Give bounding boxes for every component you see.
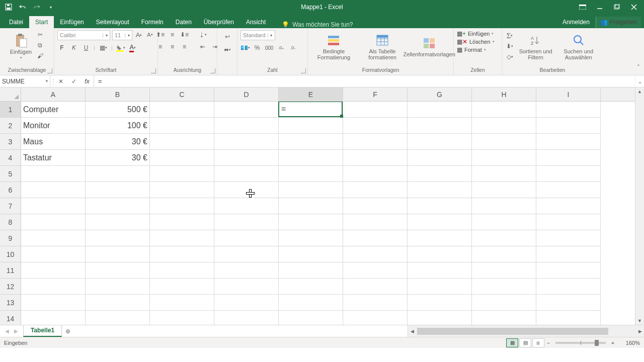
percent-format-icon[interactable]: %: [253, 43, 262, 52]
select-all-triangle[interactable]: [0, 87, 21, 102]
number-format-combo[interactable]: Standard▾: [240, 30, 275, 40]
font-size-combo[interactable]: 11▾: [112, 30, 132, 40]
cell[interactable]: [279, 118, 343, 134]
cell[interactable]: [279, 246, 343, 262]
row-header[interactable]: 13: [0, 295, 21, 311]
decrease-decimal-icon[interactable]: .0₋: [289, 43, 298, 52]
undo-icon[interactable]: [19, 4, 26, 11]
row-header[interactable]: 6: [0, 182, 21, 198]
cell[interactable]: [343, 214, 408, 230]
cell[interactable]: [150, 214, 214, 230]
cell[interactable]: [279, 279, 343, 295]
page-layout-view-button[interactable]: ▤: [519, 338, 531, 347]
cell[interactable]: [86, 230, 150, 246]
font-name-combo[interactable]: Calibri▾: [57, 30, 110, 40]
ribbon-tab-start[interactable]: Start: [29, 16, 54, 28]
page-break-view-button[interactable]: ⫼: [532, 338, 544, 347]
copy-icon[interactable]: ⧉: [36, 41, 45, 50]
insert-cells-button[interactable]: ▦+Einfügen▾: [457, 30, 494, 37]
cell[interactable]: [343, 118, 408, 134]
cell[interactable]: [21, 279, 86, 295]
collapse-ribbon-icon[interactable]: ˄: [637, 64, 640, 71]
cell[interactable]: [86, 166, 150, 182]
fill-handle[interactable]: [340, 115, 343, 118]
cell[interactable]: [472, 166, 536, 182]
cell[interactable]: [86, 214, 150, 230]
cell[interactable]: [150, 182, 214, 198]
cell[interactable]: [86, 262, 150, 279]
align-center-icon[interactable]: ≡: [168, 42, 177, 51]
cell[interactable]: [150, 295, 214, 311]
qat-customize-icon[interactable]: ▾: [47, 4, 54, 11]
cell[interactable]: [472, 134, 536, 150]
cell[interactable]: [86, 279, 150, 295]
cell[interactable]: [408, 246, 472, 262]
cell[interactable]: [408, 311, 472, 325]
align-middle-icon[interactable]: ≡: [168, 30, 177, 39]
cell[interactable]: [536, 214, 601, 230]
paste-button[interactable]: Einfügen ▾: [10, 30, 33, 63]
cell[interactable]: [408, 279, 472, 295]
scroll-up-icon[interactable]: ▲: [635, 87, 644, 96]
prev-sheet-icon[interactable]: ◀: [5, 328, 9, 334]
cell[interactable]: [408, 295, 472, 311]
active-cell[interactable]: =: [278, 102, 343, 117]
cell[interactable]: [343, 262, 408, 279]
name-box[interactable]: SUMME ▼: [0, 75, 50, 87]
cell[interactable]: [214, 295, 279, 311]
cell[interactable]: [86, 182, 150, 198]
cell[interactable]: [150, 246, 214, 262]
cell[interactable]: [536, 295, 601, 311]
cell[interactable]: [279, 182, 343, 198]
column-header[interactable]: B: [86, 87, 150, 101]
cell[interactable]: [150, 311, 214, 325]
cell[interactable]: [343, 150, 408, 166]
cell[interactable]: Computer: [21, 102, 86, 118]
dialog-launcher-icon[interactable]: [151, 68, 156, 73]
minimize-icon[interactable]: [594, 2, 606, 12]
cell[interactable]: [472, 311, 536, 325]
cell[interactable]: [150, 118, 214, 134]
cell[interactable]: [343, 166, 408, 182]
cell[interactable]: [214, 246, 279, 262]
cell[interactable]: [279, 262, 343, 279]
column-header[interactable]: C: [150, 87, 214, 101]
cell[interactable]: Monitor: [21, 118, 86, 134]
cell[interactable]: [343, 102, 408, 118]
cell[interactable]: Maus: [21, 134, 86, 150]
vertical-scrollbar[interactable]: ▲ ▼: [635, 87, 644, 325]
cell[interactable]: [214, 118, 279, 134]
clear-icon[interactable]: ◇▾: [505, 52, 514, 61]
column-header[interactable]: I: [536, 87, 601, 101]
conditional-formatting-button[interactable]: Bedingte Formatierung: [311, 30, 357, 63]
scroll-right-icon[interactable]: ▶: [636, 329, 644, 334]
cell[interactable]: [472, 246, 536, 262]
zoom-out-button[interactable]: −: [544, 340, 552, 346]
ribbon-tab-formeln[interactable]: Formeln: [135, 16, 170, 28]
row-header[interactable]: 1: [0, 102, 21, 118]
dialog-launcher-icon[interactable]: [210, 68, 215, 73]
cell[interactable]: [536, 134, 601, 150]
chevron-down-icon[interactable]: ▼: [45, 79, 49, 83]
grow-font-icon[interactable]: A▴: [134, 30, 143, 39]
cell[interactable]: [472, 198, 536, 214]
cell[interactable]: [279, 295, 343, 311]
align-top-icon[interactable]: ⬆≡: [156, 30, 165, 39]
ribbon-tab-überprüfen[interactable]: Überprüfen: [198, 16, 240, 28]
cut-icon[interactable]: ✂: [36, 30, 45, 39]
cell[interactable]: [536, 246, 601, 262]
ribbon-display-options-icon[interactable]: [577, 2, 589, 12]
cell[interactable]: [21, 230, 86, 246]
cell[interactable]: [279, 311, 343, 325]
orientation-icon[interactable]: ⭭▾: [198, 30, 207, 39]
cell[interactable]: [472, 150, 536, 166]
cell[interactable]: [86, 295, 150, 311]
cell[interactable]: [472, 102, 536, 118]
increase-decimal-icon[interactable]: .0₊: [277, 43, 286, 52]
close-icon[interactable]: [628, 2, 640, 12]
cell[interactable]: [150, 134, 214, 150]
formula-bar-input[interactable]: =: [94, 75, 635, 87]
row-headers[interactable]: 1234567891011121314: [0, 102, 21, 325]
bold-button[interactable]: F: [57, 43, 66, 52]
cell[interactable]: 30 €: [86, 134, 150, 150]
